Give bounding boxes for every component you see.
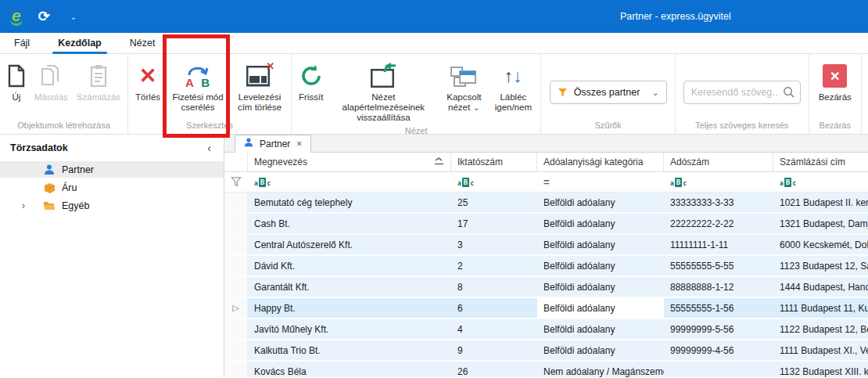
delete-mailing-address-button[interactable]: ✕ Levelezési cím törlése — [231, 60, 288, 114]
cell-reg_no[interactable]: 6 — [451, 298, 537, 318]
tab-close-icon[interactable]: × — [296, 139, 302, 149]
delete-button[interactable]: ✕ Törlés — [131, 60, 164, 104]
table-row[interactable]: Kovács Béla26Nem adóalany / Magánszemély… — [224, 362, 868, 377]
reset-view-defaults-button[interactable]: Nézet alapértelmezéseinek visszaállítása — [328, 60, 439, 124]
menubar: Fájl Kezdőlap Nézet — [0, 33, 868, 54]
payment-method-swap-button[interactable]: A B Fizetési mód cserélés — [165, 60, 231, 114]
table-row[interactable]: Dávid Kft.2Belföldi adóalany55555555-5-5… — [224, 256, 868, 277]
cell-name[interactable]: Happy Bt. — [248, 298, 451, 318]
invoicing-button[interactable]: Számlázás — [73, 60, 124, 104]
cell-tax_category[interactable]: Belföldi adóalany — [537, 298, 664, 318]
cell-name[interactable]: Central Autószerelő Kft. — [248, 235, 451, 254]
partner-filter-dropdown[interactable]: Összes partner ⌄ — [550, 81, 667, 104]
table-row[interactable]: ▷Happy Bt.6Belföldi adóalany55555555-1-5… — [224, 298, 868, 319]
column-header-iktatoszam[interactable]: Iktatószám — [451, 153, 537, 171]
refresh-icon — [299, 62, 323, 90]
cell-name[interactable]: Garantált Kft. — [248, 277, 451, 297]
cell-reg_no[interactable]: 8 — [451, 277, 537, 297]
cell-tax_no[interactable]: 55555555-1-56 — [664, 298, 773, 318]
cell-reg_no[interactable]: 4 — [451, 319, 537, 339]
table-row[interactable]: Kalkutta Trio Bt.9Belföldi adóalany99999… — [224, 340, 868, 362]
refresh-button[interactable]: Frissít — [295, 60, 327, 104]
cell-reg_no[interactable]: 25 — [451, 193, 537, 212]
cell-tax_no[interactable]: 33333333-3-33 — [664, 193, 773, 212]
tab-partner[interactable]: Partner × — [235, 135, 311, 153]
sidebar-item-label: Áru — [62, 182, 77, 193]
cell-name[interactable]: Dávid Kft. — [248, 256, 451, 275]
cell-reg_no[interactable]: 2 — [451, 256, 537, 275]
row-gutter — [224, 235, 248, 254]
abc-filter-icon: aBc — [670, 178, 687, 187]
sidebar-item-egyeb[interactable]: › Egyéb — [0, 197, 224, 214]
cell-reg_no[interactable]: 3 — [451, 235, 537, 254]
cell-name[interactable]: Cash Bt. — [248, 214, 451, 233]
filter-funnel-icon[interactable] — [224, 172, 248, 192]
cell-name[interactable]: Kovács Béla — [248, 362, 451, 377]
quick-access-chevron-icon[interactable]: ⌄ — [70, 13, 77, 21]
cell-tax_category[interactable]: Belföldi adóalany — [537, 319, 664, 339]
column-header-szamlazasi-cim[interactable]: Számlázási cím — [773, 153, 868, 171]
new-button[interactable]: Új — [3, 60, 30, 104]
cell-tax_no[interactable]: 22222222-2-22 — [664, 214, 773, 233]
cell-tax_no[interactable]: 11111111-1-11 — [664, 235, 773, 254]
cell-reg_no[interactable]: 26 — [451, 362, 537, 377]
cell-billing_address[interactable]: 1021 Budapest II. ker. — [773, 193, 868, 212]
cell-tax_no[interactable]: 88888888-1-12 — [664, 277, 773, 297]
cell-tax_category[interactable]: Belföldi adóalany — [537, 235, 664, 254]
cell-name[interactable]: Kalkutta Trio Bt. — [248, 340, 451, 360]
column-header-megnevezes[interactable]: Megnevezés — [248, 153, 451, 171]
close-button[interactable]: ✕ Bezárás — [815, 60, 855, 104]
sidebar-collapse-icon[interactable]: ‹ — [207, 142, 211, 154]
table-row[interactable]: Garantált Kft.8Belföldi adóalany88888888… — [224, 277, 868, 298]
cell-tax_category[interactable]: Nem adóalany / Magánszemély — [537, 362, 664, 377]
tree-expand-icon[interactable]: › — [22, 200, 42, 211]
cell-tax_category[interactable]: Belföldi adóalany — [537, 193, 664, 212]
cell-name[interactable]: Javító Műhely Kft. — [248, 319, 451, 339]
cell-reg_no[interactable]: 9 — [451, 340, 537, 360]
quick-refresh-icon[interactable]: ⟳ — [38, 8, 50, 25]
ribbon: Új Másolás Számlázás Objektumok létrehoz… — [0, 54, 868, 135]
filter-cell-adoszam[interactable]: aBc — [664, 172, 773, 192]
cell-name[interactable]: Bemutató cég telephely — [248, 193, 451, 212]
copy-button[interactable]: Másolás — [30, 60, 72, 104]
filter-cell-iktatoszam[interactable]: aBc — [451, 172, 537, 192]
cell-billing_address[interactable]: 1111 Budapest 11, Kur — [773, 298, 868, 318]
table-row[interactable]: Bemutató cég telephely25Belföldi adóalan… — [224, 193, 868, 214]
filter-cell-kategoria[interactable]: = — [537, 172, 664, 192]
footer-toggle-button[interactable]: ↑↓ Lábléc igen/nem — [489, 60, 537, 114]
menu-tab-nezet[interactable]: Nézet — [130, 34, 156, 52]
table-row[interactable]: Central Autószerelő Kft.3Belföldi adóala… — [224, 235, 868, 256]
cell-tax_category[interactable]: Belföldi adóalany — [537, 256, 664, 275]
linked-view-button[interactable]: Kapcsolt nézet ⌄ — [439, 60, 488, 114]
cell-tax_no[interactable] — [664, 362, 773, 377]
table-row[interactable]: Cash Bt.17Belföldi adóalany22222222-2-22… — [224, 214, 868, 235]
cell-tax_category[interactable]: Belföldi adóalany — [537, 277, 664, 297]
button-label: Frissít — [299, 92, 323, 103]
cell-tax_no[interactable]: 99999999-4-56 — [664, 340, 773, 360]
table-row[interactable]: Javító Műhely Kft.4Belföldi adóalany9999… — [224, 319, 868, 340]
column-header-adoalanyisagi-kategoria[interactable]: Adóalanyisági kategória — [537, 153, 664, 171]
cell-billing_address[interactable]: 1123 Budapest 12, Sas — [773, 256, 868, 275]
sidebar-item-partner[interactable]: Partner — [0, 161, 224, 178]
row-gutter — [224, 277, 248, 297]
filter-cell-megnevezes[interactable]: aBc — [248, 172, 451, 192]
ribbon-group-view: Frissít Nézet alapértelmezéseinek vissza… — [292, 54, 541, 134]
cell-billing_address[interactable]: 1444 Budapest, Hanoi — [773, 277, 868, 297]
cell-tax_category[interactable]: Belföldi adóalany — [537, 340, 664, 360]
sidebar-item-aru[interactable]: Áru — [0, 179, 224, 196]
cell-reg_no[interactable]: 17 — [451, 214, 537, 233]
cell-tax_no[interactable]: 55555555-5-55 — [664, 256, 773, 275]
cell-billing_address[interactable]: 1132 Budapest XIII. ke — [773, 362, 868, 377]
document-tabbar: Partner × — [224, 135, 868, 153]
cell-billing_address[interactable]: 1122 Budapest 12, Bet — [773, 319, 868, 339]
filter-cell-cim[interactable]: aBc — [773, 172, 868, 192]
menu-tab-fajl[interactable]: Fájl — [14, 34, 30, 52]
cell-tax_category[interactable]: Belföldi adóalany — [537, 214, 664, 233]
button-label: Nézet alapértelmezéseinek visszaállítása — [332, 92, 435, 123]
menu-tab-kezdolap[interactable]: Kezdőlap — [58, 34, 102, 52]
cell-billing_address[interactable]: 1111 Budapest XI., Ve — [773, 340, 868, 360]
cell-billing_address[interactable]: 1321 Budapest, Damja — [773, 214, 868, 233]
cell-tax_no[interactable]: 99999999-5-56 — [664, 319, 773, 339]
column-header-adoszam[interactable]: Adószám — [664, 153, 773, 171]
cell-billing_address[interactable]: 6000 Kecskemét, Dobó — [773, 235, 868, 254]
